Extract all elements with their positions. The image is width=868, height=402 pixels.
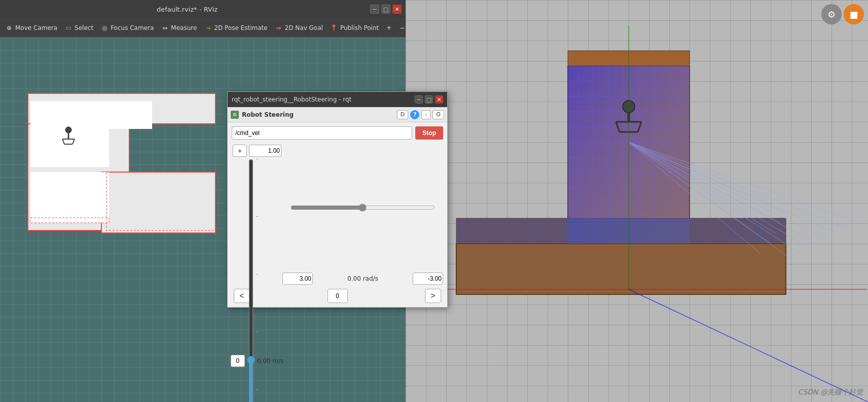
topic-row: Stop — [232, 126, 443, 140]
toolbar-add-btn[interactable]: + — [383, 22, 395, 34]
view3d[interactable]: ⚙ ■ CSDN @先睡个好觉 — [406, 0, 868, 402]
angular-slider-area — [282, 145, 443, 271]
rviz-titlebar: default.rviz* - RViz − □ ✕ — [0, 0, 406, 18]
toolbar-select[interactable]: ▭ Select — [61, 22, 96, 34]
angular-zero-btn[interactable]: 0 — [328, 289, 348, 303]
select-icon: ▭ — [64, 24, 73, 32]
rqt-close-btn[interactable]: ✕ — [435, 95, 443, 104]
rviz-title: default.rviz* - RViz — [4, 6, 370, 13]
svg-line-71 — [629, 289, 868, 402]
pose-estimate-icon: → — [204, 24, 212, 32]
rqt-dialog: rqt_robot_steering__RobotSteering - rqt … — [227, 91, 448, 308]
stop-button[interactable]: Stop — [415, 126, 443, 140]
linear-plus-btn[interactable]: + — [233, 145, 247, 157]
toolbar-select-label: Select — [75, 24, 93, 31]
rqt-header-btns: D ? - O — [397, 110, 444, 119]
toolbar-2d-pose-label: 2D Pose Estimate — [214, 24, 267, 31]
publish-point-icon: 📍 — [330, 24, 338, 32]
rviz-minimize-btn[interactable]: − — [370, 5, 379, 14]
icon-square[interactable]: ■ — [844, 4, 864, 24]
toolbar-2d-nav-label: 2D Nav Goal — [285, 24, 323, 31]
svg-rect-6 — [106, 101, 152, 129]
tick-3 — [256, 274, 258, 275]
top-right-panel: ⚙ ■ — [821, 4, 864, 24]
angular-slider[interactable] — [291, 204, 435, 212]
csdn-watermark: CSDN @先睡个好觉 — [798, 388, 863, 397]
toolbar-move-camera-label: Move Camera — [15, 24, 57, 31]
rqt-btn-minus[interactable]: - — [421, 110, 430, 119]
linear-zero-btn[interactable]: 0 — [231, 355, 245, 367]
rqt-btn-help[interactable]: ? — [410, 110, 419, 119]
linear-slider-track-container — [247, 159, 255, 402]
angular-control: 0.00 rad/s — [282, 143, 443, 285]
rviz-win-controls: − □ ✕ — [370, 5, 402, 14]
svg-rect-5 — [30, 172, 109, 223]
steering-area: + 0 — [232, 143, 443, 285]
toolbar-2d-nav-goal[interactable]: ⇒ 2D Nav Goal — [272, 22, 326, 34]
rviz-maximize-btn[interactable]: □ — [381, 5, 390, 14]
angular-speed-label: 0.00 rad/s — [315, 275, 411, 282]
rqt-header-icon: ⚙ — [231, 111, 239, 119]
rqt-body: Stop + 0 — [228, 122, 447, 289]
rqt-header: ⚙ Robot Steering D ? - O — [228, 107, 447, 122]
move-camera-icon: ⊕ — [5, 24, 13, 32]
toolbar-measure-label: Measure — [171, 24, 197, 31]
linear-speed-label: 0.00 m/s — [257, 357, 284, 364]
toolbar-publish-point-label: Publish Point — [340, 24, 379, 31]
toolbar-move-camera[interactable]: ⊕ Move Camera — [2, 22, 60, 34]
rqt-win-controls: − □ ✕ — [415, 95, 443, 104]
linear-slider-area: 0 — [232, 159, 282, 402]
linear-max-row: + — [233, 145, 281, 157]
linear-slider[interactable] — [247, 159, 255, 402]
angular-value-row: 0.00 rad/s — [282, 273, 443, 285]
toolbar-2d-pose-estimate[interactable]: → 2D Pose Estimate — [201, 22, 270, 34]
topic-input[interactable] — [232, 126, 412, 140]
rqt-btn-d[interactable]: D — [397, 110, 408, 119]
toolbar-measure[interactable]: ↔ Measure — [158, 22, 200, 34]
svg-rect-3 — [101, 172, 215, 233]
tick-2 — [256, 216, 258, 217]
angular-left-input[interactable] — [282, 273, 313, 285]
measure-icon: ↔ — [161, 24, 169, 32]
svg-marker-15 — [456, 244, 786, 294]
nav-goal-icon: ⇒ — [275, 24, 283, 32]
icon-gear[interactable]: ⚙ — [821, 4, 842, 24]
toolbar-publish-point[interactable]: 📍 Publish Point — [327, 22, 382, 34]
toolbar-focus-camera-label: Focus Camera — [111, 24, 154, 31]
focus-camera-icon: ◎ — [100, 24, 108, 32]
tick-1 — [256, 159, 258, 159]
tick-5 — [256, 389, 258, 390]
toolbar-focus-camera[interactable]: ◎ Focus Camera — [97, 22, 157, 34]
rqt-btn-o[interactable]: O — [432, 110, 444, 119]
linear-control: + 0 — [232, 143, 282, 285]
rqt-maximize-btn[interactable]: □ — [425, 95, 433, 104]
rviz-toolbar: ⊕ Move Camera ▭ Select ◎ Focus Camera ↔ … — [0, 18, 406, 38]
tick-marks — [256, 159, 260, 402]
rqt-minimize-btn[interactable]: − — [415, 95, 423, 104]
rqt-title: rqt_robot_steering__RobotSteering - rqt — [232, 96, 415, 103]
svg-point-9 — [65, 127, 71, 133]
angular-right-input[interactable] — [413, 273, 443, 285]
zero-btn-container: 0 — [231, 159, 247, 402]
rqt-header-label: Robot Steering — [242, 111, 294, 118]
tick-4 — [256, 331, 258, 332]
view3d-svg — [406, 0, 868, 402]
linear-max-input[interactable] — [249, 145, 281, 157]
svg-rect-4 — [30, 101, 109, 167]
angular-right-btn[interactable]: > — [425, 289, 441, 303]
rqt-titlebar: rqt_robot_steering__RobotSteering - rqt … — [228, 92, 447, 107]
svg-marker-38 — [456, 218, 786, 244]
rviz-close-btn[interactable]: ✕ — [392, 5, 402, 14]
